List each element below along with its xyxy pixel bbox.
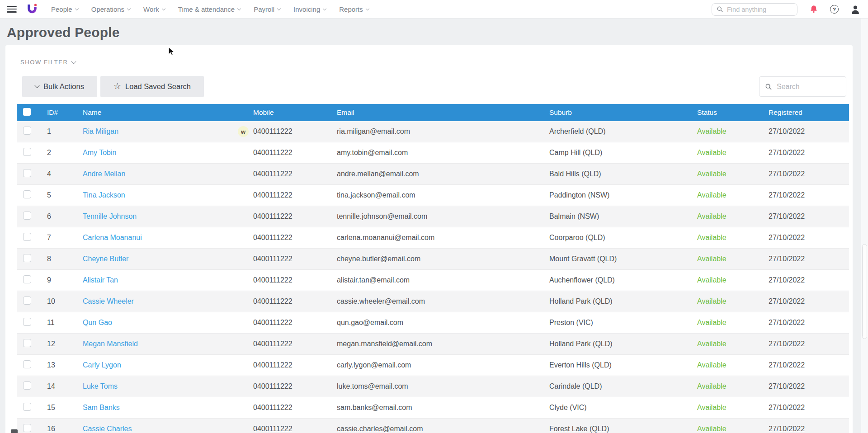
cell-registered: 27/10/2022 [765, 255, 849, 263]
cell-suburb: Camp Hill (QLD) [546, 149, 693, 157]
cell-suburb: Bald Hills (QLD) [546, 170, 693, 178]
nav-item-work[interactable]: Work [143, 5, 165, 13]
person-name-link[interactable]: Luke Toms [83, 382, 118, 391]
column-header-suburb[interactable]: Suburb [546, 108, 693, 117]
row-checkbox[interactable] [23, 254, 31, 262]
nav-item-invoicing[interactable]: Invoicing [293, 5, 326, 13]
help-icon[interactable]: ? [830, 5, 839, 14]
nav-item-payroll[interactable]: Payroll [254, 5, 280, 13]
row-checkbox[interactable] [23, 169, 31, 177]
person-name-link[interactable]: Andre Mellan [83, 170, 125, 178]
cell-id: 5 [43, 191, 79, 199]
main-menu: People Operations Work Time & attendance… [51, 5, 369, 13]
cell-email: carly.lygon@email.com [333, 361, 546, 369]
cell-suburb: Holland Park (QLD) [546, 340, 693, 348]
cell-id: 13 [43, 361, 79, 369]
cell-suburb: Auchenflower (QLD) [546, 276, 693, 284]
row-checkbox[interactable] [23, 190, 31, 198]
show-filter-toggle[interactable]: SHOW FILTER [20, 59, 75, 66]
person-name-link[interactable]: Cassie Charles [83, 425, 132, 433]
cell-registered: 27/10/2022 [765, 361, 849, 369]
person-name-link[interactable]: Qun Gao [83, 319, 112, 327]
cell-registered: 27/10/2022 [765, 404, 849, 412]
table-search-input[interactable] [777, 83, 835, 91]
row-checkbox[interactable] [23, 275, 31, 283]
scrollbar-thumb[interactable] [862, 244, 867, 339]
table-row: 16 Cassie Charles 0400111222 cassie.char… [17, 419, 849, 433]
cell-id: 11 [43, 319, 79, 327]
cell-id: 14 [43, 382, 79, 391]
cell-suburb: Carindale (QLD) [546, 382, 693, 391]
cell-registered: 27/10/2022 [765, 425, 849, 433]
row-checkbox[interactable] [23, 318, 31, 326]
person-name-link[interactable]: Amy Tobin [83, 149, 116, 157]
cell-id: 7 [43, 234, 79, 242]
chevron-down-icon [366, 6, 369, 10]
notifications-bell-icon[interactable] [809, 5, 818, 14]
cell-id: 2 [43, 149, 79, 157]
cell-suburb: Preston (VIC) [546, 319, 693, 327]
column-header-status[interactable]: Status [693, 108, 765, 117]
person-name-link[interactable]: Ria Miligan [83, 127, 118, 136]
people-table: ID# Name Mobile Email Suburb Status Regi… [17, 104, 849, 433]
status-badge: Available [693, 382, 765, 391]
person-name-link[interactable]: Alistair Tan [83, 276, 118, 284]
cell-mobile: 0400111222 [250, 319, 333, 327]
column-header-mobile[interactable]: Mobile [250, 108, 333, 117]
row-checkbox[interactable] [23, 381, 31, 390]
cell-registered: 27/10/2022 [765, 276, 849, 284]
cell-mobile: 0400111222 [250, 340, 333, 348]
row-checkbox[interactable] [23, 233, 31, 241]
person-name-link[interactable]: Cheyne Butler [83, 255, 128, 263]
person-name-link[interactable]: Sam Banks [83, 404, 120, 412]
cell-id: 4 [43, 170, 79, 178]
nav-item-people[interactable]: People [51, 5, 78, 13]
column-header-id[interactable]: ID# [43, 108, 79, 117]
column-header-email[interactable]: Email [333, 108, 546, 117]
column-header-name[interactable]: Name [79, 108, 250, 117]
cell-mobile: 0400111222 [250, 255, 333, 263]
person-name-link[interactable]: Carlena Moananui [83, 234, 142, 242]
table-search [759, 76, 846, 97]
select-all-checkbox[interactable] [23, 108, 31, 116]
row-checkbox[interactable] [23, 339, 31, 347]
global-search [712, 3, 797, 16]
nav-item-time-attendance[interactable]: Time & attendance [178, 5, 241, 13]
bulk-actions-button[interactable]: Bulk Actions [22, 76, 97, 97]
person-name-link[interactable]: Cassie Wheeler [83, 297, 134, 306]
person-name-link[interactable]: Carly Lygon [83, 361, 121, 369]
cell-mobile: 0400111222 [250, 234, 333, 242]
row-checkbox[interactable] [23, 212, 31, 220]
column-header-registered[interactable]: Registered [765, 108, 849, 117]
app-logo[interactable] [27, 3, 38, 15]
vertical-scrollbar[interactable] [861, 0, 868, 433]
cell-mobile: 0400111222 [250, 149, 333, 157]
cell-mobile: 0400111222 [250, 170, 333, 178]
row-checkbox[interactable] [23, 360, 31, 368]
cell-suburb: Forest Lake (QLD) [546, 425, 693, 433]
global-search-input[interactable] [727, 6, 790, 13]
cell-registered: 27/10/2022 [765, 340, 849, 348]
load-saved-search-button[interactable]: ☆ Load Saved Search [100, 76, 204, 97]
cell-email: cassie.charles@email.com [333, 425, 546, 433]
cell-mobile: 0400111222 [250, 276, 333, 284]
user-avatar[interactable] [850, 4, 860, 15]
cell-email: andre.mellan@email.com [333, 170, 546, 178]
w-badge: w [238, 126, 249, 137]
nav-item-operations[interactable]: Operations [91, 5, 130, 13]
row-checkbox[interactable] [23, 403, 31, 411]
person-name-link[interactable]: Megan Mansfield [83, 340, 138, 348]
cell-email: ria.miligan@email.com [333, 127, 546, 136]
person-name-link[interactable]: Tina Jackson [83, 191, 125, 199]
nav-item-reports[interactable]: Reports [339, 5, 369, 13]
cell-mobile: 0400111222 [250, 425, 333, 433]
top-navbar: People Operations Work Time & attendance… [0, 0, 868, 19]
row-checkbox[interactable] [23, 148, 31, 156]
person-name-link[interactable]: Tennille Johnson [83, 212, 137, 221]
hamburger-menu-icon[interactable] [7, 6, 17, 13]
row-checkbox[interactable] [23, 127, 31, 135]
row-checkbox[interactable] [23, 424, 31, 432]
table-row: 9 Alistair Tan 0400111222 alistair.tan@e… [17, 270, 849, 291]
row-checkbox[interactable] [23, 297, 31, 305]
cell-suburb: Paddington (NSW) [546, 191, 693, 199]
